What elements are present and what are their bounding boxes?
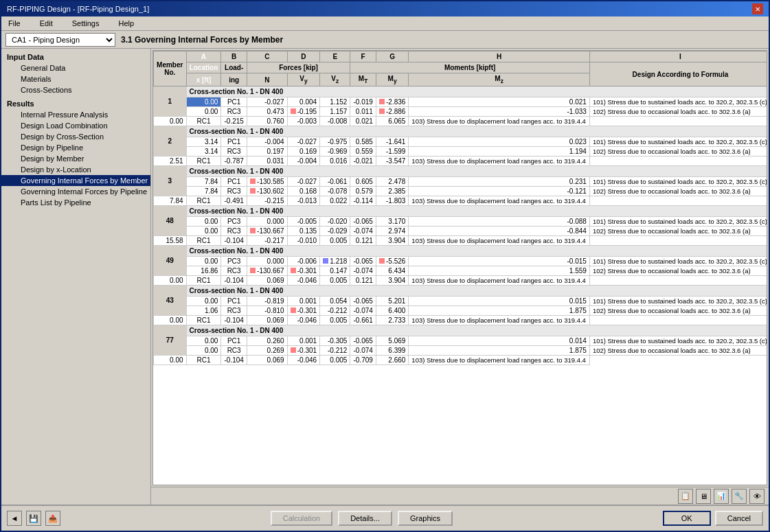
footer-center: Calculation Details... Graphics <box>271 511 453 526</box>
location-cell: 3.14 <box>186 147 221 157</box>
My-cell: -0.661 <box>350 316 376 325</box>
N-cell: -0.104 <box>221 316 247 325</box>
footer-btn-save[interactable]: 💾 <box>26 511 41 526</box>
Vz-cell: 0.054 <box>320 297 350 306</box>
sub-MT: MT <box>350 73 376 86</box>
My-cell: -2.836 <box>376 97 409 107</box>
Mz-cell: 0.021 <box>409 97 590 107</box>
sidebar-item-materials[interactable]: Materials <box>1 73 150 84</box>
menu-help[interactable]: Help <box>114 18 138 29</box>
sidebar-item-cross-sections[interactable]: Cross-Sections <box>1 84 150 95</box>
graphics-button[interactable]: Graphics <box>398 511 453 526</box>
loading-cell: RC1 <box>186 316 221 325</box>
N-cell: -0.104 <box>221 276 247 286</box>
member-number: 1 <box>154 86 187 117</box>
menu-file[interactable]: File <box>4 18 25 29</box>
Vy-cell: 0.004 <box>287 97 320 107</box>
N-cell: 0.197 <box>247 147 287 157</box>
Mz-cell: 2.660 <box>376 356 409 365</box>
toolbar-btn-2[interactable]: 🖥 <box>696 489 711 504</box>
section-label: Cross-section No. 1 - DN 400 <box>186 325 767 336</box>
location-cell: 0.00 <box>186 217 221 227</box>
loading-cell: PC1 <box>221 336 247 346</box>
footer-btn-export[interactable]: 📤 <box>45 511 60 526</box>
formula-cell: 103) Stress due to displacement load ran… <box>409 356 590 365</box>
sidebar-item-internal-pressure[interactable]: Internal Pressure Analysis <box>1 109 150 120</box>
calculation-button[interactable]: Calculation <box>271 511 332 526</box>
section-label: Cross-section No. 1 - DN 400 <box>186 206 767 217</box>
results-section: Results <box>1 98 150 109</box>
close-button[interactable]: ✕ <box>752 3 763 14</box>
sidebar-item-governing-member[interactable]: Governing Internal Forces by Member <box>1 175 150 186</box>
location-cell: 1.06 <box>186 306 221 316</box>
location-cell: 3.14 <box>186 137 221 147</box>
MT-cell: 0.005 <box>320 356 350 365</box>
sidebar-item-design-xloc[interactable]: Design by x-Location <box>1 164 150 175</box>
sidebar-item-design-cross[interactable]: Design by Cross-Section <box>1 131 150 142</box>
My-cell: -1.599 <box>376 147 409 157</box>
N-cell: 0.000 <box>247 217 287 227</box>
location-cell: 0.00 <box>154 316 187 325</box>
ok-button[interactable]: OK <box>663 511 711 526</box>
cancel-button[interactable]: Cancel <box>715 511 763 526</box>
MT-cell: 0.559 <box>350 147 376 157</box>
location-cell: 0.00 <box>186 336 221 346</box>
location-cell: 0.00 <box>186 97 221 107</box>
details-button[interactable]: Details... <box>338 511 392 526</box>
sidebar-item-design-pipeline[interactable]: Design by Pipeline <box>1 142 150 153</box>
Vy-cell: -0.215 <box>247 196 287 206</box>
toolbar-btn-3[interactable]: 📊 <box>714 489 729 504</box>
N-cell: -130.667 <box>247 266 287 276</box>
loading-cell: RC3 <box>221 266 247 276</box>
Vz-cell: -0.004 <box>287 157 320 166</box>
Vy-cell: 0.031 <box>247 157 287 166</box>
sidebar-item-governing-pipeline[interactable]: Governing Internal Forces by Pipeline <box>1 186 150 197</box>
location-cell: 7.84 <box>186 177 221 187</box>
My-cell: 2.974 <box>376 227 409 236</box>
My-cell: 5.201 <box>376 297 409 306</box>
formula-cell: 101) Stress due to sustained loads acc. … <box>589 297 767 306</box>
sidebar-item-design-load[interactable]: Design Load Combination <box>1 120 150 131</box>
sidebar-item-design-member[interactable]: Design by Member <box>1 153 150 164</box>
case-dropdown[interactable]: CA1 - Piping Design <box>5 33 115 47</box>
toolbar-btn-4[interactable]: 🔧 <box>732 489 747 504</box>
footer-btn-back[interactable]: ◄ <box>7 511 22 526</box>
formula-cell: 102) Stress due to occasional loads acc.… <box>589 227 767 236</box>
Vy-cell: 0.001 <box>287 336 320 346</box>
location-cell: 16.86 <box>186 266 221 276</box>
Vy-cell: -0.301 <box>287 266 320 276</box>
N-cell: -130.602 <box>247 187 287 196</box>
Vy-cell: -0.217 <box>247 236 287 246</box>
sidebar-item-parts-list[interactable]: Parts List by Pipeline <box>1 197 150 208</box>
formula-cell: 103) Stress due to displacement load ran… <box>409 196 590 206</box>
My-cell: -0.114 <box>350 196 376 206</box>
col-a: A <box>186 51 221 62</box>
N-cell: -0.787 <box>221 157 247 166</box>
menu-edit[interactable]: Edit <box>36 18 57 29</box>
loading-cell: RC1 <box>186 117 221 126</box>
toolbar-btn-5[interactable]: 👁 <box>749 489 765 504</box>
location-cell: 0.00 <box>154 117 187 126</box>
formula-cell: 101) Stress due to sustained loads acc. … <box>589 137 767 147</box>
Mz-cell: 0.023 <box>409 137 590 147</box>
Mz-cell: 2.733 <box>376 316 409 325</box>
Mz-cell: 3.904 <box>376 276 409 286</box>
toolbar-btn-1[interactable]: 📋 <box>678 489 693 504</box>
input-data-section: Input Data <box>1 51 150 62</box>
member-number: 49 <box>154 246 187 276</box>
Vy-cell: -0.195 <box>287 107 320 117</box>
Vy-cell: 0.069 <box>247 276 287 286</box>
Vz-cell: -0.046 <box>287 276 320 286</box>
Vy-cell: 0.069 <box>247 356 287 365</box>
table-area[interactable]: MemberNo. A B C D E F G H I Locati <box>152 50 767 485</box>
Mz-cell: 1.875 <box>409 306 590 316</box>
MT-cell: 0.005 <box>320 316 350 325</box>
menu-settings[interactable]: Settings <box>68 18 104 29</box>
formula-cell: 102) Stress due to occasional loads acc.… <box>589 266 767 276</box>
loading-cell: RC3 <box>221 147 247 157</box>
sidebar-item-general-data[interactable]: General Data <box>1 62 150 73</box>
My-cell: -5.526 <box>376 257 409 266</box>
Vz-cell: -0.013 <box>287 196 320 206</box>
Vz-cell: -0.061 <box>320 177 350 187</box>
location-cell: 2.51 <box>154 157 187 166</box>
